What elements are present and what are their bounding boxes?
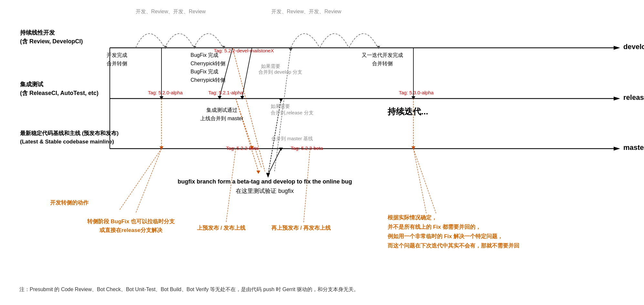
footer-note: 注：Presubmit 的 Code Review、Bot Check、Bot …	[19, 286, 359, 293]
stable-mainline-label: 最新稳定代码基线和主线 (预发布和发布) (Latest & Stable co…	[20, 129, 119, 146]
diagram-svg	[0, 0, 644, 305]
svg-marker-18	[411, 96, 415, 100]
svg-marker-3	[614, 97, 620, 100]
tag-522-beta: Tag: 5.2.2-beta	[226, 145, 258, 151]
bugfix-temp-annotation: 转侧阶段 BugFix 也可以拉临时分支 或直接在release分支解决	[87, 217, 175, 235]
svg-marker-10	[377, 46, 380, 49]
svg-marker-27	[279, 148, 283, 151]
svg-marker-16	[240, 96, 244, 100]
svg-marker-7	[163, 46, 167, 49]
note-right-annotation: 根据实际情况确定， 并不是所有线上的 Fix 都需要并回的， 例如用一个非常临时…	[388, 213, 519, 251]
left-cycle-label: 开发、Review、开发、Review	[136, 8, 206, 15]
svg-marker-29	[279, 99, 283, 102]
if-needed-1-annotation: 如果需要	[261, 63, 280, 69]
pre-release-annotation: 上预发布 / 发布上线	[197, 224, 245, 232]
tag-520-alpha: Tag: 5.2.0-alpha	[148, 90, 183, 95]
svg-line-35	[119, 149, 161, 210]
dev-complete-annotation: 开发完成 合并转侧	[107, 51, 127, 68]
tag-521-alpha: Tag: 5.2.1-alpha	[208, 90, 243, 95]
tag-523-beta: Tag: 5.2.3-beta	[291, 145, 323, 151]
master-branch-label: master	[623, 143, 644, 152]
tag-530-alpha: Tag: 5.3.0-alpha	[399, 90, 434, 95]
svg-marker-33	[411, 146, 415, 150]
re-pre-release-annotation: 再上预发布 / 再发布上线	[271, 224, 331, 232]
continuous-iterate-annotation: 持续迭代...	[388, 106, 428, 117]
develop-branch-label: develop	[623, 43, 644, 51]
svg-line-36	[136, 149, 161, 213]
integration-test-label: 集成测试 (含 ReleaseCl, AutoTest, etc)	[20, 80, 99, 98]
if-needed-2-annotation: 如果需要	[271, 103, 290, 110]
dev-action-annotation: 开发转侧的动作	[50, 199, 88, 206]
diagram-container: develop release master 持续线性开发 (含 Review,…	[0, 0, 644, 305]
svg-marker-5	[614, 147, 620, 151]
integration-pass-annotation: 集成测试通过 上线合并到 master	[200, 106, 243, 122]
svg-marker-1	[614, 46, 620, 50]
bugfix-complete-annotation: BugFix 完成 Cherrypick转侧 BugFix 完成 Cherryp…	[191, 51, 225, 84]
svg-marker-14	[218, 96, 222, 100]
svg-marker-8	[192, 46, 196, 49]
merge-to-develop-annotation: 合并到 develop 分支	[258, 69, 302, 75]
svg-line-40	[413, 149, 436, 213]
svg-marker-20	[160, 146, 163, 150]
svg-line-15	[242, 48, 252, 97]
release-branch-label: release	[623, 93, 644, 102]
svg-line-34	[255, 149, 262, 168]
another-dev-complete-annotation: 又一迭代开发完成 合并转侧	[362, 51, 403, 68]
continuous-dev-label: 持续线性开发 (含 Review, DevelopCI)	[20, 28, 83, 46]
svg-marker-31	[289, 48, 293, 51]
svg-line-26	[268, 149, 281, 174]
svg-line-39	[413, 149, 426, 213]
merge-to-release-annotation: 合并到,release 分支	[271, 110, 314, 116]
svg-marker-12	[160, 96, 163, 100]
svg-marker-24	[256, 171, 260, 174]
bugfix-branch-annotation: bugfix branch form a beta-tag and develo…	[178, 177, 352, 196]
merge-to-master-annotation: 合并到 master 基线	[271, 136, 313, 142]
right-cycle-label: 开发、Review、开发、Review	[271, 8, 341, 15]
